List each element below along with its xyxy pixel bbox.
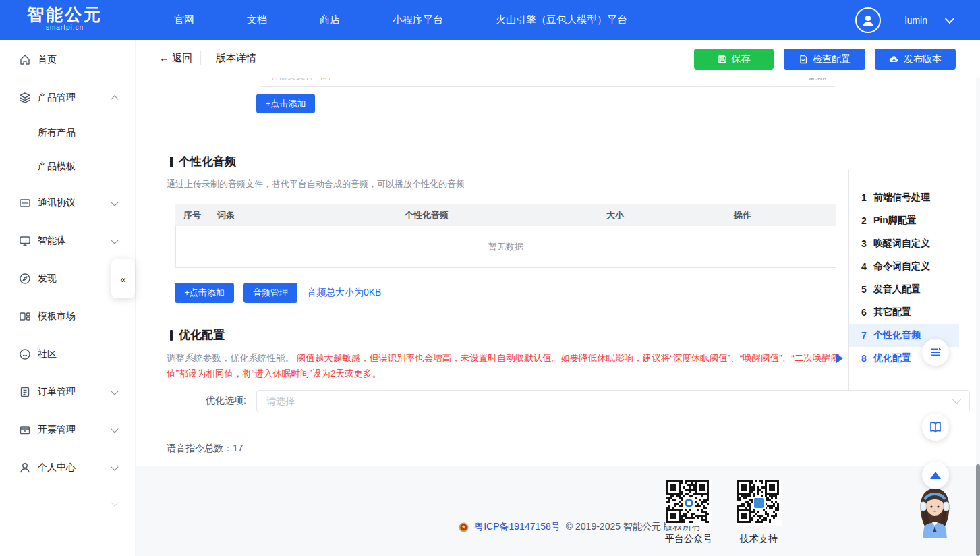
sidebar-item-label: 模板市场: [38, 310, 76, 323]
nav-store[interactable]: 商店: [320, 13, 340, 26]
other-config-input-row[interactable]: 有需要支持鸣叫 删除: [260, 78, 836, 87]
anchor-item-3[interactable]: 3 唤醒词自定义: [849, 232, 959, 255]
user-area: lumin: [855, 0, 953, 40]
sidebar-item-personal-center[interactable]: 个人中心: [0, 454, 135, 481]
logo-title: 智能公元: [27, 5, 103, 24]
logo[interactable]: 智能公元 — smartpi.cn —: [27, 5, 103, 32]
protocol-icon: [19, 197, 31, 209]
back-button[interactable]: ← 返回: [159, 52, 192, 65]
divider: [200, 51, 201, 65]
back-arrow-icon: ←: [159, 52, 169, 63]
chevron-down-icon: [111, 499, 118, 506]
sidebar-item-communication-protocol[interactable]: 通讯协议: [0, 190, 135, 217]
sidebar-item-agent[interactable]: 智能体: [0, 227, 135, 254]
add-audio-button[interactable]: +点击添加: [175, 283, 234, 303]
docs-book-fab[interactable]: [922, 414, 949, 441]
qr-center-logo: [683, 497, 695, 509]
nav-volcano-engine-platform[interactable]: 火山引擎（豆包大模型）平台: [496, 13, 627, 26]
sidebar-item-label: 社区: [38, 348, 57, 360]
personal-audio-desc: 通过上传录制的音频文件，替代平台自动合成的音频，可以播放个性化的音频: [167, 178, 465, 190]
header-nav: 官网 文档 商店 小程序平台 火山引擎（豆包大模型）平台: [174, 0, 627, 40]
sidebar-item-label: 智能体: [38, 235, 66, 247]
check-config-button[interactable]: 检查配置: [784, 49, 865, 70]
publish-version-button[interactable]: 发布版本: [875, 49, 956, 70]
col-header-index: 序号: [175, 209, 209, 221]
save-icon: [718, 55, 727, 64]
assistant-mascot[interactable]: [911, 486, 959, 540]
col-header-audio: 个性化音频: [397, 209, 581, 221]
sidebar-collapse-button[interactable]: «: [111, 259, 135, 298]
sidebar-item-product-management[interactable]: 产品管理: [0, 84, 135, 111]
arrow-up-icon: [930, 472, 941, 479]
optimize-description: 调整系统参数，优化系统性能。 阈值越大越敏感，但误识别率也会增高，未设置时自动取…: [167, 350, 845, 381]
select-placeholder: 请选择: [266, 395, 295, 408]
chevron-down-icon[interactable]: [945, 13, 954, 23]
anchor-item-6[interactable]: 6 其它配置: [849, 301, 959, 324]
add-other-config-button[interactable]: +点击添加: [256, 94, 315, 113]
sidebar-item-template-market[interactable]: 模板市场: [0, 303, 135, 330]
optimize-section-title: 优化配置: [170, 327, 225, 343]
chevron-down-icon: [952, 395, 961, 404]
nav-docs[interactable]: 文档: [247, 13, 267, 26]
sidebar-item-home[interactable]: 首页: [0, 47, 135, 74]
qr-official-account: 平台公众号: [658, 480, 719, 545]
optimize-intro: 调整系统参数，优化系统性能。: [167, 353, 294, 363]
audio-manage-button[interactable]: 音频管理: [243, 283, 297, 303]
sidebar-item-label: 个人中心: [38, 462, 76, 474]
chevron-up-icon: [111, 95, 118, 103]
list-icon: [929, 345, 942, 359]
sidebar-item-label: 开票管理: [38, 424, 76, 436]
nav-official-site[interactable]: 官网: [174, 13, 194, 26]
orders-icon: [19, 386, 31, 398]
chevron-down-icon: [111, 425, 118, 433]
anchor-current-marker-icon: [836, 354, 843, 363]
template-market-icon: [19, 310, 31, 323]
sidebar-item-invoice-management[interactable]: 开票管理: [0, 416, 135, 443]
section-bar: [170, 330, 173, 341]
person-icon: [861, 13, 875, 28]
nav-miniprogram-platform[interactable]: 小程序平台: [393, 13, 443, 26]
optimize-option-select[interactable]: 请选择: [256, 390, 970, 412]
sidebar-item-all-products[interactable]: 所有产品: [0, 119, 135, 146]
book-icon: [929, 420, 942, 434]
compass-icon: [19, 273, 31, 285]
anchor-list-fab[interactable]: [922, 339, 949, 366]
user-avatar[interactable]: [855, 7, 881, 33]
icp-badge-icon: [459, 522, 469, 532]
main-content: 有需要支持鸣叫 删除 +点击添加 个性化音频 通过上传录制的音频文件，替代平台自…: [135, 78, 980, 466]
qr-center-logo: [753, 497, 766, 509]
cloud-upload-icon: [889, 55, 899, 64]
anchor-item-1[interactable]: 1 前端信号处理: [849, 186, 959, 209]
scroll-top-fab[interactable]: [922, 462, 949, 489]
scrollbar-thumb[interactable]: [976, 464, 980, 556]
sidebar-item-community[interactable]: 社区: [0, 341, 135, 368]
table-empty-state: 暂无数据: [175, 226, 836, 268]
chevron-down-icon: [111, 387, 118, 395]
sidebar-item-label: 订单管理: [38, 386, 76, 398]
col-header-size: 大小: [581, 209, 649, 221]
sidebar-item-extra[interactable]: [0, 490, 135, 517]
table-header-row: 序号 词条 个性化音频 大小 操作: [175, 204, 836, 226]
layers-icon: [19, 92, 31, 104]
qr-label: 技术支持: [728, 533, 789, 545]
username[interactable]: lumin: [905, 15, 927, 26]
voice-command-total-value: 17: [233, 443, 243, 453]
invoice-icon: [19, 424, 31, 436]
icp-link[interactable]: 粤ICP备19147158号: [474, 521, 560, 533]
collapse-icon: «: [120, 273, 125, 285]
anchor-item-4[interactable]: 4 命令词自定义: [849, 255, 959, 278]
community-icon: [19, 348, 31, 360]
audio-total-size: 音频总大小为0KB: [307, 287, 381, 299]
chevron-down-icon: [111, 463, 118, 470]
sidebar-item-label: 发现: [38, 273, 57, 285]
page-title: 版本详情: [216, 52, 256, 65]
anchor-item-5[interactable]: 5 发音人配置: [849, 278, 959, 301]
sidebar-item-order-management[interactable]: 订单管理: [0, 379, 135, 406]
anchor-item-2[interactable]: 2 Pin脚配置: [849, 209, 959, 232]
qr-tech-support: 技术支持: [728, 480, 789, 545]
sidebar-item-label: 产品管理: [38, 92, 76, 104]
sidebar-item-product-templates[interactable]: 产品模板: [0, 153, 135, 180]
qr-label: 平台公众号: [658, 533, 719, 545]
col-header-word: 词条: [209, 209, 397, 221]
save-button[interactable]: 保存: [694, 49, 774, 70]
